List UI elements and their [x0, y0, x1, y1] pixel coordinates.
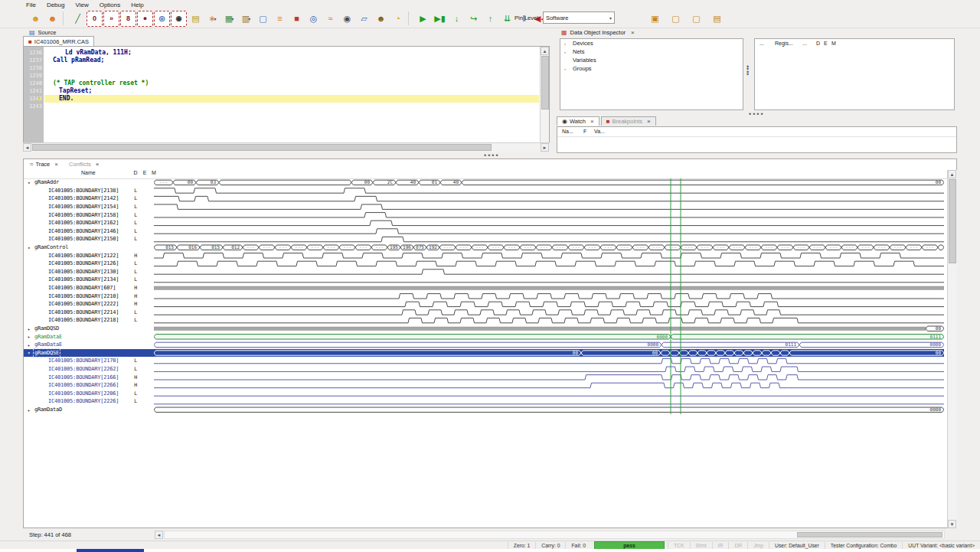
window-layout-icon[interactable]: ▢: [688, 11, 704, 27]
board-config-icon[interactable]: ▦▾: [221, 11, 237, 27]
profiler-icon[interactable]: ◔: [390, 11, 406, 27]
trace-row[interactable]: IC401005:BOUNDARY[2262]L: [24, 365, 154, 374]
expander-icon[interactable]: ▸: [28, 326, 30, 332]
trace-vertical-scrollbar[interactable]: ▲ ▼: [947, 170, 957, 528]
scroll-right-button[interactable]: ►: [541, 143, 549, 152]
device-eight-icon[interactable]: 8: [120, 11, 136, 27]
expander-icon[interactable]: ▾: [28, 245, 30, 250]
column-header[interactable]: ...: [760, 41, 764, 46]
source-line[interactable]: 1236Ld vRamData, 111H;: [24, 49, 549, 57]
close-icon[interactable]: ×: [631, 29, 635, 36]
trace-row[interactable]: ▸gRamDQSD: [24, 325, 154, 333]
trace-row[interactable]: ▾gRamAddr: [24, 178, 154, 187]
scrollbar-thumb[interactable]: [949, 179, 956, 263]
edit-source-icon[interactable]: ╱: [70, 11, 86, 27]
trace-row[interactable]: ▸gRamDataE: [24, 341, 154, 349]
user-config-icon[interactable]: ☻: [44, 11, 60, 27]
inspector-tree[interactable]: ›Devices›NetsVariables›Groups: [560, 38, 743, 110]
trace-row[interactable]: ▾gRamDQSE: [24, 349, 154, 358]
column-header[interactable]: ...: [802, 41, 807, 46]
window-tile-icon[interactable]: ▣: [647, 11, 663, 27]
window-output-icon[interactable]: ▤: [709, 11, 725, 27]
menu-help[interactable]: Help: [131, 2, 143, 8]
menu-view[interactable]: View: [75, 2, 88, 8]
signal-compare-icon[interactable]: ≈: [322, 11, 338, 27]
trace-row[interactable]: IC401005:BOUNDARY[2134]L: [24, 276, 154, 284]
column-header[interactable]: F: [583, 129, 586, 134]
close-icon[interactable]: ×: [647, 118, 651, 125]
column-header[interactable]: D: [816, 41, 820, 46]
column-header[interactable]: Regis...: [775, 41, 793, 46]
step-over-icon[interactable]: ↪: [466, 11, 482, 27]
scroll-up-button[interactable]: ▲: [948, 170, 956, 178]
user-add-icon[interactable]: ☻: [28, 11, 44, 27]
column-header[interactable]: Na...: [562, 129, 573, 134]
waveform-canvas[interactable]: ---0003002C40014000015016015012---------…: [154, 178, 944, 414]
source-line[interactable]: 1243: [24, 103, 549, 110]
column-header[interactable]: Va...: [594, 129, 605, 134]
column-header[interactable]: E: [824, 41, 828, 46]
source-line[interactable]: 1241TapReset;: [24, 87, 549, 95]
structure-tree-icon[interactable]: ≡: [272, 11, 288, 27]
settings-gear-icon[interactable]: ∗▾: [204, 11, 220, 27]
splitter-handle[interactable]: ••••: [746, 66, 751, 77]
menu-options[interactable]: Options: [100, 2, 121, 8]
source-file-tab[interactable]: ■ IC401006_MRR.CAS: [23, 36, 94, 47]
trace-row[interactable]: IC401005:BOUNDARY[607]H: [24, 284, 154, 292]
tree-item-variables[interactable]: Variables: [560, 56, 743, 64]
window-cascade-icon[interactable]: ▢: [668, 11, 684, 27]
column-header[interactable]: M: [831, 41, 836, 46]
splitter-handle[interactable]: ••••: [749, 113, 765, 116]
document-page-icon[interactable]: ▢: [255, 11, 271, 27]
trace-row[interactable]: IC401005:BOUNDARY[2166]H: [24, 373, 154, 381]
trace-horizontal-scrollbar[interactable]: [164, 531, 945, 539]
run-icon[interactable]: ▶: [415, 11, 431, 27]
source-editor[interactable]: ▲ ▼ 1236Ld vRamData, 111H;1237Call pRamR…: [23, 46, 550, 152]
tree-item-devices[interactable]: ›Devices: [560, 39, 743, 47]
run-to-icon[interactable]: ▶▮: [432, 11, 448, 27]
expander-icon[interactable]: ▸: [28, 342, 30, 348]
source-line[interactable]: ◆1242END.: [24, 95, 549, 103]
trace-row[interactable]: ▾gRamControl: [24, 243, 154, 252]
source-line[interactable]: 1238: [24, 64, 549, 72]
trace-row[interactable]: IC401005:BOUNDARY[2126]L: [24, 260, 154, 268]
expander-icon[interactable]: ▾: [28, 180, 30, 185]
device-run-icon[interactable]: ●: [137, 11, 153, 27]
menu-debug[interactable]: Debug: [47, 2, 65, 8]
trace-row[interactable]: IC401005:BOUNDARY[2210]H: [24, 292, 154, 300]
tab-watch[interactable]: ◉ Watch ×: [557, 116, 599, 126]
trace-row[interactable]: IC401005:BOUNDARY[2218]L: [24, 316, 154, 325]
trace-row[interactable]: IC401005:BOUNDARY[2214]L: [24, 309, 154, 317]
trace-row[interactable]: IC401005:BOUNDARY[2150]L: [24, 235, 154, 243]
trace-row[interactable]: IC401005:BOUNDARY[2130]L: [24, 268, 154, 276]
source-line[interactable]: 1239: [24, 72, 549, 80]
pin-level-select[interactable]: Software ▾: [543, 11, 615, 24]
source-line[interactable]: 1240(* TAP controller reset *): [24, 80, 549, 87]
device-scan-dark-icon[interactable]: ◉: [171, 11, 187, 27]
trace-row[interactable]: IC401005:BOUNDARY[2154]L: [24, 203, 154, 211]
export-run-icon[interactable]: ▱: [356, 11, 372, 27]
trace-row[interactable]: IC401005:BOUNDARY[2206]L: [24, 390, 154, 398]
run-steps-icon[interactable]: ⇊: [499, 11, 515, 27]
trace-row[interactable]: IC401005:BOUNDARY[2222]H: [24, 300, 154, 309]
splitter-handle[interactable]: ••••: [484, 154, 500, 157]
step-into-icon[interactable]: ↓: [449, 11, 465, 27]
trace-row[interactable]: IC401005:BOUNDARY[2138]L: [24, 187, 154, 195]
expander-icon[interactable]: ›: [564, 41, 570, 46]
trace-row[interactable]: IC401005:BOUNDARY[2170]L: [24, 357, 154, 365]
close-icon[interactable]: ×: [96, 161, 100, 168]
trace-row[interactable]: IC401005:BOUNDARY[2226]L: [24, 397, 154, 406]
expander-icon[interactable]: ▸: [28, 334, 30, 339]
expander-icon[interactable]: ›: [564, 50, 570, 54]
inspector-registers-list[interactable]: ...Regis......DEM: [754, 38, 955, 110]
scroll-left-button[interactable]: ◄: [23, 143, 31, 152]
source-line[interactable]: 1237Call pRamRead;: [24, 57, 549, 64]
trace-row[interactable]: ▸gRamDataD: [24, 406, 154, 414]
close-icon[interactable]: ×: [54, 161, 58, 168]
trace-row[interactable]: IC401005:BOUNDARY[2122]H: [24, 251, 154, 260]
trace-row[interactable]: IC401005:BOUNDARY[2146]L: [24, 227, 154, 236]
expander-icon[interactable]: ›: [564, 67, 570, 71]
tree-item-nets[interactable]: ›Nets: [560, 47, 743, 56]
trace-row[interactable]: IC401005:BOUNDARY[2266]H: [24, 381, 154, 390]
expander-icon[interactable]: ▾: [28, 350, 30, 355]
